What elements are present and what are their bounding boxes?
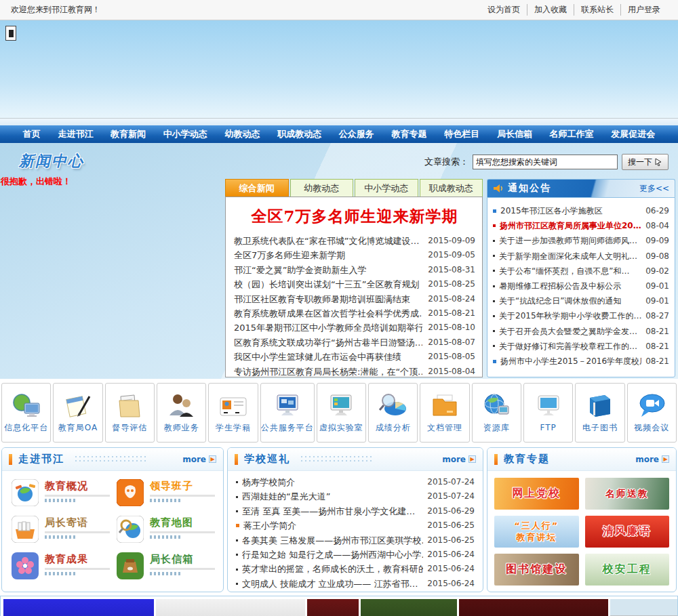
about-item-education-map[interactable]: 教育地图 bbox=[117, 516, 215, 543]
notice-more-link[interactable]: 更多<< bbox=[639, 183, 669, 194]
news-list-item[interactable]: 全区7万多名师生迎来新学期2015-09-05 bbox=[234, 248, 475, 262]
quicklink-video-conference[interactable]: 视频会议 bbox=[627, 383, 677, 443]
nav-item-home[interactable]: 首页 bbox=[23, 128, 41, 140]
school-item[interactable]: 英才辈出的摇篮，名师成长的沃土，教育科研的…2015-06-24 bbox=[236, 562, 475, 576]
about-more-link[interactable]: more ▶ bbox=[182, 455, 216, 464]
nav-item-news[interactable]: 教育新闻 bbox=[111, 128, 146, 140]
user-login-link[interactable]: 用户登录 bbox=[621, 4, 667, 16]
notice-item[interactable]: 关于2015年秋学期中小学收费工作的…08-27 bbox=[493, 308, 669, 323]
search-button[interactable]: 搜一下 bbox=[622, 154, 669, 170]
news-list-item[interactable]: 邗江区社区教育专职教师暑期培训班圆满结束2015-08-24 bbox=[234, 292, 475, 306]
set-homepage-link[interactable]: 设为首页 bbox=[481, 4, 527, 16]
quicklink-public-service[interactable]: 公共服务平台 bbox=[260, 383, 315, 443]
about-grid: 教育概况 领导班子 局长寄语 教育地图 教育成果 局长信箱 bbox=[2, 471, 223, 579]
nav-item-preschool[interactable]: 幼教动态 bbox=[224, 128, 260, 140]
about-item-leaders[interactable]: 领导班子 bbox=[117, 479, 215, 506]
nav-item-director-mailbox[interactable]: 局长信箱 bbox=[497, 128, 532, 140]
notice-item[interactable]: 关于新学期全面深化未成年人文明礼…09-08 bbox=[493, 249, 669, 264]
school-item[interactable]: 文明成人 技能成才 立业成功—— 江苏省邗…2015-06-24 bbox=[236, 577, 475, 591]
quicklink-ebooks[interactable]: 电子图书 bbox=[575, 383, 624, 443]
gallery-photo[interactable] bbox=[361, 599, 457, 616]
news-list-item[interactable]: 教卫系统代表队在“家在邗城”文化博览城建设…2015-09-09 bbox=[234, 234, 475, 248]
about-item-achievements[interactable]: 教育成果 bbox=[12, 552, 110, 579]
gallery-photo[interactable] bbox=[3, 599, 154, 616]
quicklink-document-management[interactable]: 文档管理 bbox=[420, 383, 469, 443]
news-headline[interactable]: 全区7万多名师生迎来新学期 bbox=[234, 206, 475, 227]
gallery-photo[interactable] bbox=[307, 599, 359, 616]
banner-online-party-school[interactable]: 网上党校 bbox=[494, 478, 579, 510]
tab-preschool-news[interactable]: 幼教动态 bbox=[290, 179, 354, 197]
nav-item-vocational[interactable]: 职成教动态 bbox=[277, 128, 321, 140]
news-list-item[interactable]: 教育系统教研成果在区首次哲学社会科学优秀成…2015-08-21 bbox=[234, 306, 475, 321]
school-item[interactable]: 蒋王小学简介2015-06-25 bbox=[236, 518, 475, 533]
notice-item[interactable]: 关于公布“缅怀英烈，自强不息”和…09-02 bbox=[493, 264, 669, 279]
news-list-item[interactable]: 2015年暑期邗江区中小学教师全员培训如期举行2015-08-10 bbox=[234, 321, 475, 335]
search-input[interactable] bbox=[473, 155, 618, 169]
notice-item[interactable]: 扬州市邗江区教育局所属事业单位20…08-04 bbox=[493, 218, 669, 233]
notice-item[interactable]: 关于召开会员大会暨爱之翼助学金发…08-21 bbox=[493, 324, 669, 339]
topics-more-link[interactable]: more ▶ bbox=[635, 455, 669, 464]
banner-famous-teachers[interactable]: 名师送教 bbox=[585, 478, 670, 510]
tab-vocational-news[interactable]: 职成教动态 bbox=[420, 179, 483, 197]
nav-item-school-news[interactable]: 中小学动态 bbox=[163, 128, 207, 140]
gallery-photo[interactable] bbox=[156, 599, 305, 616]
topics-header: 教育专题 more ▶ bbox=[487, 448, 676, 471]
bullet-icon bbox=[236, 481, 238, 483]
add-favorite-link[interactable]: 加入收藏 bbox=[527, 4, 574, 16]
about-item-overview[interactable]: 教育概况 bbox=[12, 479, 110, 506]
banner-clean-governance[interactable]: 清风廉语 bbox=[585, 516, 670, 548]
bullet-icon bbox=[236, 524, 239, 527]
notice-item[interactable]: 暑期维修工程招标公告及中标公示09-01 bbox=[493, 279, 669, 293]
quicklink-teacher-affairs[interactable]: 教师业务 bbox=[157, 383, 206, 443]
tab-general-news[interactable]: 综合新闻 bbox=[225, 179, 289, 197]
nav-item-development[interactable]: 发展促进会 bbox=[611, 128, 655, 140]
notice-header: 通知公告 更多<< bbox=[487, 179, 675, 197]
banner-library-construction[interactable]: 图书馆建设 bbox=[494, 554, 579, 586]
news-list-item[interactable]: 校（园）长培训突出谋划“十三五”全区教育规划2015-08-25 bbox=[234, 277, 475, 291]
school-item[interactable]: 杨寿学校简介2015-07-24 bbox=[236, 475, 475, 489]
gallery-photo[interactable] bbox=[459, 599, 608, 616]
news-list-item[interactable]: 我区中小学生篮球健儿在市运会中再获佳绩2015-08-05 bbox=[234, 350, 475, 364]
nav-item-about[interactable]: 走进邗江 bbox=[58, 128, 93, 140]
notice-item[interactable]: 2015年邗江区各小学施教区06-29 bbox=[493, 203, 669, 218]
notice-item[interactable]: 关于进一步加强教师节期间师德师风…09-09 bbox=[493, 233, 669, 248]
notice-item[interactable]: 关于“抗战纪念日”调休放假的通知09-01 bbox=[493, 293, 669, 308]
quicklink-evaluation[interactable]: 督导评估 bbox=[105, 383, 155, 443]
about-header: 走进邗江 more ▶ bbox=[2, 448, 223, 471]
nav-item-special-columns[interactable]: 特色栏目 bbox=[444, 128, 479, 140]
quicklink-score-analysis[interactable]: 成绩分析 bbox=[368, 383, 418, 443]
gallery-photo[interactable] bbox=[610, 599, 678, 616]
video-bubble-icon bbox=[636, 392, 667, 419]
orange-bar-icon bbox=[9, 454, 12, 465]
about-item-director-message[interactable]: 局长寄语 bbox=[12, 516, 110, 543]
podium-icon bbox=[117, 552, 144, 579]
school-item[interactable]: 至清 至真 至美——扬州市甘泉小学文化建…2015-06-29 bbox=[236, 504, 475, 518]
notice-item[interactable]: 扬州市中小学生2015－2016学年度校历08-21 bbox=[493, 354, 669, 369]
school-tour-more-link[interactable]: more ▶ bbox=[442, 455, 476, 464]
school-item[interactable]: 各美其美 三格发展——扬州市邗江区美琪学校…2015-06-25 bbox=[236, 533, 475, 548]
quicklink-ftp[interactable]: FTP bbox=[523, 383, 573, 443]
news-list-item[interactable]: 专访扬州邗江区教育局局长杨荣:潜能，在“个顶…2015-08-04 bbox=[234, 365, 475, 377]
quicklink-info-platform[interactable]: 信息化平台 bbox=[1, 383, 51, 443]
nav-item-teacher-studio[interactable]: 名师工作室 bbox=[550, 128, 594, 140]
school-item[interactable]: 行是知之始 知是行之成——扬州西湖中心小学…2015-06-24 bbox=[236, 548, 475, 562]
nav-item-public-service[interactable]: 公众服务 bbox=[339, 128, 374, 140]
tab-school-news[interactable]: 中小学动态 bbox=[355, 179, 418, 197]
blue-book-icon bbox=[584, 392, 616, 419]
news-center-section: 新闻中心 文章搜索： 搜一下 很抱歉，出错啦！ 综合新闻 幼教动态 中小学动态 … bbox=[0, 143, 678, 379]
quicklink-oa[interactable]: 教育局OA bbox=[53, 383, 102, 443]
banner-campus-safety[interactable]: 校安工程 bbox=[585, 554, 670, 586]
school-item[interactable]: 西湖娃娃的“星光大道”2015-07-24 bbox=[236, 489, 475, 504]
error-message: 很抱歉，出错啦！ bbox=[1, 176, 71, 188]
quicklink-resource-library[interactable]: 资源库 bbox=[472, 383, 521, 443]
news-list-item[interactable]: 区教育系统文联成功举行“扬州古巷半日游暨汤…2015-08-07 bbox=[234, 335, 475, 350]
banner-education-forum[interactable]: “三人行” 教育讲坛 bbox=[494, 516, 579, 548]
contact-webmaster-link[interactable]: 联系站长 bbox=[574, 4, 621, 16]
quicklink-student-records[interactable]: 学生学籍 bbox=[208, 383, 258, 443]
news-list-item[interactable]: 邗江“爱之翼”助学金资助新生入学2015-08-31 bbox=[234, 263, 475, 277]
nav-item-topics[interactable]: 教育专题 bbox=[392, 128, 427, 140]
quicklink-virtual-lab[interactable]: 虚拟实验室 bbox=[317, 383, 366, 443]
about-item-director-mailbox[interactable]: 局长信箱 bbox=[117, 552, 215, 579]
notice-item[interactable]: 关于做好修订和完善学校章程工作的…08-21 bbox=[493, 339, 669, 354]
bullet-icon bbox=[236, 496, 238, 498]
